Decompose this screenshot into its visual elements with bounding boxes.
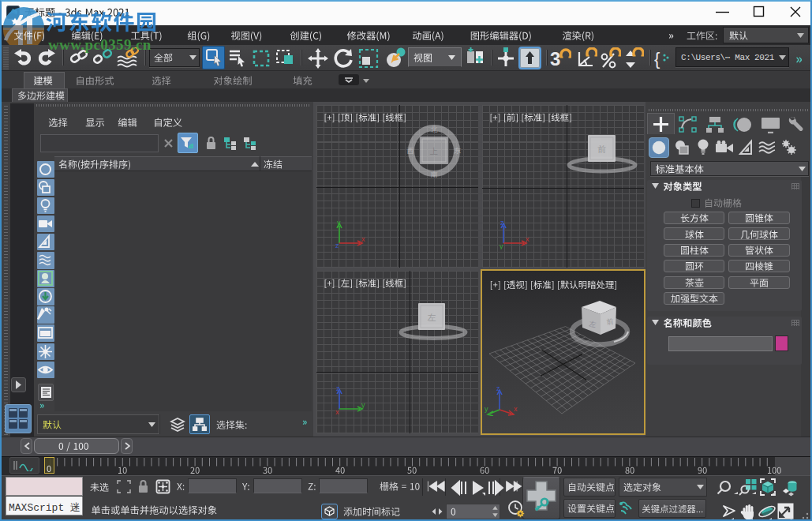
svg-text:北: 北: [431, 126, 438, 133]
svg-text:左: 左: [428, 313, 436, 322]
svg-text:x: x: [361, 235, 365, 243]
svg-text:z: z: [335, 242, 339, 249]
svg-text:z: z: [496, 384, 500, 392]
svg-text:x: x: [526, 235, 529, 243]
svg-text:前: 前: [597, 144, 607, 154]
svg-text:西: 西: [407, 147, 414, 155]
svg-text:x: x: [514, 405, 518, 413]
svg-text:东: 东: [454, 147, 462, 155]
svg-text:3: 3: [550, 48, 560, 69]
svg-text:前: 前: [606, 317, 614, 326]
svg-text:左: 左: [589, 320, 597, 328]
svg-text:y: y: [337, 219, 341, 227]
svg-text:y: y: [485, 405, 488, 413]
svg-text:y: y: [361, 401, 365, 409]
svg-text:南: 南: [431, 171, 438, 178]
svg-text:上: 上: [429, 147, 438, 156]
svg-text:z: z: [500, 219, 504, 227]
svg-text:z: z: [336, 385, 340, 392]
svg-text:y: y: [500, 242, 503, 249]
svg-text:x: x: [335, 408, 339, 415]
svg-text:{: {: [654, 49, 660, 69]
